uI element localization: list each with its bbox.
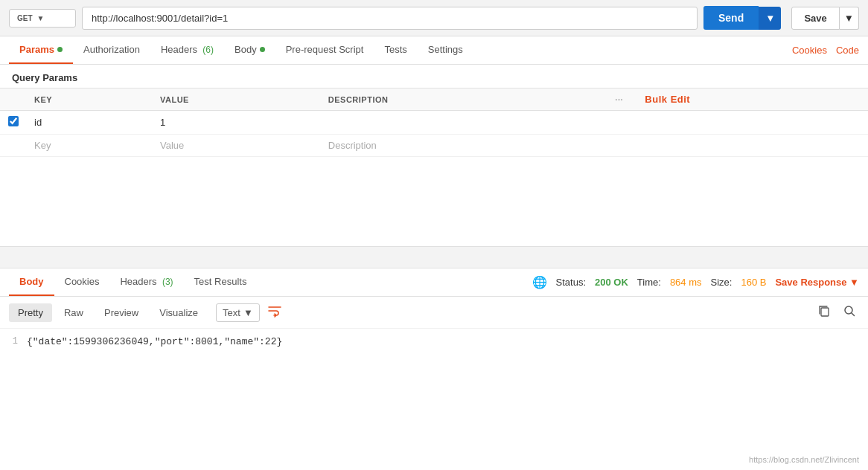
- placeholder-description[interactable]: Description: [321, 135, 608, 157]
- send-button[interactable]: Send: [703, 6, 759, 30]
- save-dropdown-button[interactable]: ▼: [840, 7, 859, 30]
- headers-badge: (6): [200, 45, 214, 55]
- status-label: Status:: [556, 277, 586, 288]
- time-value: 864 ms: [670, 277, 702, 288]
- time-label: Time:: [637, 277, 661, 288]
- resp-tab-cookies-label: Cookies: [65, 276, 100, 287]
- wrap-icon: [267, 303, 282, 318]
- resp-tab-cookies[interactable]: Cookies: [54, 268, 110, 296]
- col-bulk-edit[interactable]: Bulk Edit: [637, 88, 868, 111]
- col-description: DESCRIPTION: [321, 88, 608, 111]
- row-dots: [607, 111, 637, 135]
- tab-params-label: Params: [19, 44, 54, 55]
- tab-pre-request-label: Pre-request Script: [286, 44, 364, 55]
- tab-authorization-label: Authorization: [83, 44, 140, 55]
- resp-tab-body-label: Body: [19, 276, 44, 287]
- save-response-button[interactable]: Save Response ▼: [775, 277, 859, 288]
- save-button[interactable]: Save: [791, 7, 839, 30]
- row-checkbox[interactable]: [8, 116, 19, 126]
- url-input[interactable]: [82, 7, 698, 30]
- resp-tab-headers-label: Headers: [120, 276, 156, 287]
- method-select[interactable]: GET ▼: [9, 9, 76, 28]
- response-header: Body Cookies Headers (3) Test Results 🌐 …: [0, 268, 868, 297]
- search-button[interactable]: [840, 301, 859, 323]
- method-label: GET: [17, 14, 33, 22]
- params-table: KEY VALUE DESCRIPTION ··· Bulk Edit id 1: [0, 88, 868, 157]
- status-value: 200 OK: [595, 277, 628, 288]
- response-content: 1 {"date":1599306236049,"port":8001,"nam…: [0, 329, 868, 355]
- view-pretty-button[interactable]: Pretty: [9, 303, 52, 322]
- resp-tab-body[interactable]: Body: [9, 268, 54, 296]
- row-description[interactable]: [321, 111, 608, 135]
- line-code-1[interactable]: {"date":1599306236049,"port":8001,"name"…: [27, 336, 282, 347]
- row-key[interactable]: id: [27, 111, 153, 135]
- svg-rect-0: [821, 308, 829, 316]
- response-body-toolbar: Pretty Raw Preview Visualize Text ▼: [0, 297, 868, 329]
- format-chevron: ▼: [243, 307, 253, 318]
- col-key: KEY: [27, 88, 153, 111]
- params-dot: [57, 47, 63, 52]
- query-params-label: Query Params: [0, 65, 868, 88]
- request-tabs: Params Authorization Headers (6) Body Pr…: [0, 36, 868, 65]
- cookies-link[interactable]: Cookies: [792, 45, 827, 56]
- copy-icon: [817, 304, 831, 318]
- tab-tests[interactable]: Tests: [374, 36, 417, 64]
- tab-tests-label: Tests: [384, 44, 406, 55]
- view-preview-button[interactable]: Preview: [95, 303, 147, 322]
- format-select[interactable]: Text ▼: [216, 303, 260, 322]
- code-link[interactable]: Code: [836, 45, 859, 56]
- resp-tab-test-results[interactable]: Test Results: [184, 268, 258, 296]
- placeholder-key[interactable]: Key: [27, 135, 153, 157]
- tab-body-label: Body: [234, 44, 257, 55]
- table-row: id 1: [0, 111, 868, 135]
- row-checkbox-cell[interactable]: [0, 111, 27, 135]
- tab-settings-label: Settings: [428, 44, 463, 55]
- copy-button[interactable]: [814, 301, 834, 323]
- globe-icon: 🌐: [532, 275, 547, 289]
- save-group: Save ▼: [791, 7, 859, 30]
- body-dot: [260, 47, 265, 52]
- row-value[interactable]: 1: [153, 111, 321, 135]
- placeholder-value[interactable]: Value: [153, 135, 321, 157]
- resp-tab-test-results-label: Test Results: [194, 276, 247, 287]
- placeholder-bulk: [637, 135, 868, 157]
- search-icon: [843, 304, 856, 318]
- resp-tab-headers[interactable]: Headers (3): [109, 268, 183, 296]
- tab-authorization[interactable]: Authorization: [73, 36, 150, 64]
- tab-body[interactable]: Body: [224, 36, 275, 64]
- request-body-area: [0, 157, 868, 246]
- view-visualize-button[interactable]: Visualize: [150, 303, 207, 322]
- send-group: Send ▼: [703, 6, 781, 30]
- section-divider: [0, 246, 868, 268]
- toolbar-right: [814, 301, 859, 323]
- tab-headers[interactable]: Headers (6): [150, 36, 224, 64]
- query-params-section: Query Params KEY VALUE DESCRIPTION ··· B…: [0, 65, 868, 157]
- method-chevron: ▼: [37, 14, 45, 22]
- placeholder-row: Key Value Description: [0, 135, 868, 157]
- view-raw-button[interactable]: Raw: [55, 303, 92, 322]
- resp-headers-badge: (3): [160, 277, 173, 287]
- placeholder-checkbox-cell: [0, 135, 27, 157]
- response-meta: 🌐 Status: 200 OK Time: 864 ms Size: 160 …: [532, 275, 859, 289]
- col-value: VALUE: [153, 88, 321, 111]
- response-tabs: Body Cookies Headers (3) Test Results: [9, 268, 257, 296]
- format-label: Text: [223, 307, 240, 318]
- wrap-button[interactable]: [267, 303, 282, 322]
- line-number-1: 1: [0, 336, 27, 347]
- tab-headers-label: Headers: [161, 44, 197, 55]
- top-bar: GET ▼ Send ▼ Save ▼: [0, 0, 868, 36]
- tab-pre-request[interactable]: Pre-request Script: [275, 36, 374, 64]
- response-line-1: 1 {"date":1599306236049,"port":8001,"nam…: [0, 336, 868, 347]
- col-dots: ···: [607, 88, 637, 111]
- col-checkbox: [0, 88, 27, 111]
- placeholder-dots: [607, 135, 637, 157]
- size-value: 160 B: [741, 277, 766, 288]
- tab-settings[interactable]: Settings: [418, 36, 473, 64]
- size-label: Size:: [711, 277, 733, 288]
- tab-params[interactable]: Params: [9, 36, 73, 64]
- req-tabs-right: Cookies Code: [792, 45, 859, 56]
- row-bulk: [637, 111, 868, 135]
- send-dropdown-button[interactable]: ▼: [759, 7, 781, 30]
